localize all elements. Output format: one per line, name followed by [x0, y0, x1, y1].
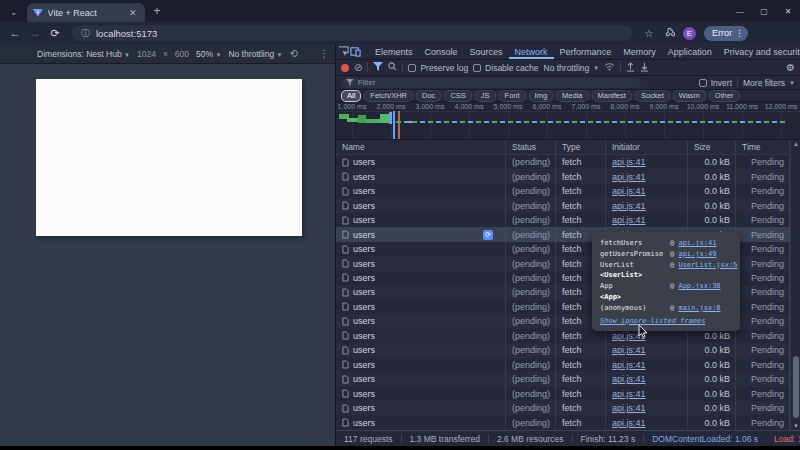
initiator-link[interactable]: api.js:41	[612, 201, 646, 211]
device-width-field[interactable]: 1024	[137, 49, 156, 59]
stack-frame: UserList@ UserList.jsx:5	[600, 260, 732, 271]
request-row[interactable]: users(pending)fetchapi.js:410.0 kBPendin…	[336, 358, 800, 372]
initiator-link[interactable]: api.js:41	[612, 389, 646, 399]
filter-input[interactable]	[358, 78, 636, 87]
filter-chip-css[interactable]: CSS	[444, 90, 471, 102]
site-info-icon[interactable]: ⓘ	[81, 27, 90, 40]
frame-source-link[interactable]: api.js:49	[678, 250, 716, 258]
profile-avatar[interactable]: E	[683, 27, 696, 40]
preserve-log-checkbox[interactable]: Preserve log	[408, 63, 468, 73]
request-row[interactable]: users(pending)fetchapi.js:410.0 kBPendin…	[336, 415, 800, 429]
back-button[interactable]: ←	[6, 27, 24, 39]
device-dimensions-select[interactable]: Dimensions: Nest Hub ▼	[37, 49, 130, 59]
filter-chip-fetch-xhr[interactable]: Fetch/XHR	[364, 90, 413, 102]
column-header-type[interactable]: Type	[556, 140, 606, 154]
tab-close-icon[interactable]: ✕	[127, 8, 139, 18]
address-bar[interactable]: ⓘ localhost:5173	[72, 25, 632, 41]
initiator-link[interactable]: api.js:41	[612, 172, 646, 182]
record-button[interactable]	[341, 64, 349, 72]
minimize-button[interactable]: —	[728, 7, 752, 16]
request-row[interactable]: users(pending)fetchapi.js:410.0 kBPendin…	[336, 372, 800, 386]
devtools-tab-memory[interactable]: Memory	[617, 45, 662, 58]
show-ignore-listed-frames-link[interactable]: Show ignore-listed frames	[600, 316, 705, 327]
request-row[interactable]: users(pending)fetchapi.js:410.0 kBPendin…	[336, 155, 800, 169]
scrollbar-thumb[interactable]	[793, 356, 799, 418]
devtools-tab-console[interactable]: Console	[419, 45, 464, 58]
initiator-link[interactable]: api.js:41	[612, 360, 646, 370]
initiator-link[interactable]: api.js:41	[612, 374, 646, 384]
filter-chip-js[interactable]: JS	[475, 90, 496, 102]
devtools-tab-privacy-and-security[interactable]: Privacy and security	[718, 45, 800, 58]
filter-toggle-icon[interactable]	[373, 62, 383, 73]
frame-source-link[interactable]: api.js:41	[678, 239, 716, 247]
clear-button[interactable]: ⊘	[354, 63, 362, 73]
request-row[interactable]: users(pending)fetchapi.js:410.0 kBPendin…	[336, 169, 800, 183]
initiator-link[interactable]: api.js:41	[612, 418, 646, 428]
network-conditions-icon[interactable]	[604, 62, 615, 73]
network-throttling-select[interactable]: No throttling ▼	[544, 63, 600, 73]
invert-checkbox[interactable]: Invert	[699, 78, 732, 88]
extensions-puzzle-icon[interactable]	[660, 27, 678, 40]
request-row[interactable]: users(pending)fetchapi.js:410.0 kBPendin…	[336, 343, 800, 357]
request-row[interactable]: users(pending)fetchapi.js:410.0 kBPendin…	[336, 184, 800, 198]
request-row[interactable]: users(pending)fetchapi.js:410.0 kBPendin…	[336, 198, 800, 212]
filter-chip-media[interactable]: Media	[556, 90, 588, 102]
devtools-tab-elements[interactable]: Elements	[369, 45, 419, 58]
filter-chip-wasm[interactable]: Wasm	[673, 90, 706, 102]
reload-button[interactable]: ⟳	[46, 27, 64, 40]
device-height-field[interactable]: 600	[175, 49, 189, 59]
frame-source-link[interactable]: main.jsx:8	[678, 304, 720, 312]
filter-chip-manifest[interactable]: Manifest	[592, 90, 632, 102]
emulated-viewport[interactable]	[36, 79, 302, 236]
bookmark-star-icon[interactable]: ☆	[640, 28, 658, 39]
export-har-icon[interactable]	[640, 62, 649, 74]
initiator-link[interactable]: api.js:41	[612, 186, 646, 196]
disable-cache-checkbox[interactable]: Disable cache	[473, 63, 538, 73]
devtools-tab-sources[interactable]: Sources	[464, 45, 509, 58]
devtools-tab-application[interactable]: Application	[662, 45, 718, 58]
inspect-element-icon[interactable]	[338, 45, 349, 59]
request-row[interactable]: users(pending)fetchapi.js:410.0 kBPendin…	[336, 213, 800, 227]
device-toolbar-toggle-icon[interactable]	[350, 45, 361, 59]
filter-chip-img[interactable]: Img	[529, 90, 554, 102]
device-toolbar-menu-icon[interactable]: ⋮	[319, 48, 329, 59]
filter-chip-other[interactable]: Other	[709, 90, 740, 102]
device-zoom-select[interactable]: 50% ▼	[196, 49, 221, 59]
filter-chip-all[interactable]: All	[341, 90, 361, 102]
devtools-tab-network[interactable]: Network	[509, 45, 554, 59]
scroll-down-icon[interactable]: ▼	[791, 423, 800, 429]
request-row[interactable]: users(pending)fetchapi.js:410.0 kBPendin…	[336, 387, 800, 401]
initiator-link[interactable]: api.js:41	[612, 157, 646, 167]
filter-chip-font[interactable]: Font	[499, 90, 526, 102]
import-har-icon[interactable]	[626, 62, 635, 74]
network-overview-timeline[interactable]: 1,000 ms2,000 ms3,000 ms4,000 ms5,000 ms…	[336, 102, 800, 140]
initiator-link[interactable]: api.js:41	[612, 403, 646, 413]
tab-search-icon[interactable]: ⌄	[0, 7, 27, 22]
column-header-initiator[interactable]: Initiator	[606, 140, 688, 154]
frame-source-link[interactable]: App.jsx:38	[678, 282, 720, 290]
column-header-size[interactable]: Size	[688, 140, 736, 154]
column-header-name[interactable]: Name	[336, 140, 506, 154]
filter-chip-socket[interactable]: Socket	[635, 90, 670, 102]
close-button[interactable]: ✕	[776, 7, 800, 16]
search-icon[interactable]	[388, 62, 397, 73]
initiator-link[interactable]: api.js:41	[612, 345, 646, 355]
column-header-time[interactable]: Time	[736, 140, 790, 154]
filter-chip-doc[interactable]: Doc	[416, 90, 441, 102]
new-tab-button[interactable]: +	[145, 4, 171, 22]
scroll-up-icon[interactable]: ▲	[791, 141, 800, 147]
request-row[interactable]: users(pending)fetchapi.js:410.0 kBPendin…	[336, 401, 800, 415]
column-header-status[interactable]: Status	[506, 140, 556, 154]
rotate-icon[interactable]: ⟲	[290, 48, 298, 59]
more-filters-button[interactable]: More filters ▼	[743, 78, 795, 88]
forward-button[interactable]: →	[26, 27, 44, 39]
devtools-tab-performance[interactable]: Performance	[554, 45, 618, 58]
table-scrollbar[interactable]: ▲ ▼	[790, 140, 800, 430]
error-menu-button[interactable]: Error ⋮	[704, 26, 748, 41]
browser-tab[interactable]: Vite + React ✕	[27, 3, 145, 22]
network-settings-gear-icon[interactable]: ⚙	[786, 62, 795, 73]
frame-source-link[interactable]: UserList.jsx:5	[678, 261, 737, 269]
device-throttling-select[interactable]: No throttling ▼	[228, 49, 282, 59]
maximize-button[interactable]: ▢	[752, 7, 776, 16]
initiator-link[interactable]: api.js:41	[612, 215, 646, 225]
